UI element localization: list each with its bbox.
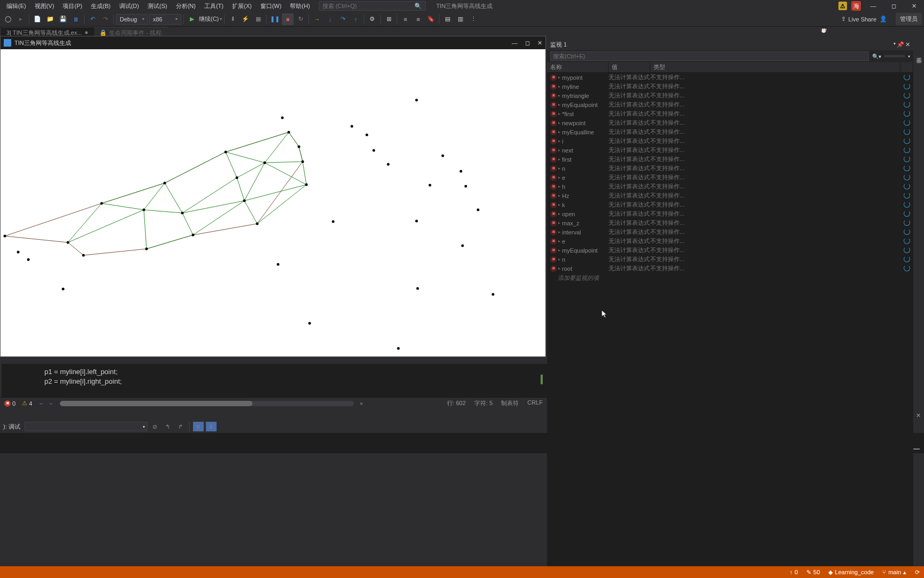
refresh-icon[interactable]	[904, 147, 910, 153]
refresh-icon[interactable]	[904, 119, 910, 126]
app-minimize-button[interactable]: —	[512, 40, 518, 47]
panel-pin-icon[interactable]: 📌	[897, 41, 904, 48]
watch-row[interactable]: ✖▸h无法计算表达式。不支持操作...	[547, 182, 913, 191]
uncomment-icon[interactable]: ▥	[455, 13, 466, 25]
user-badge[interactable]: 海	[851, 1, 861, 11]
scroll-right-arrow[interactable]: ▸	[360, 400, 364, 407]
watch-row[interactable]: ✖▸k无法计算表达式。不支持操作...	[547, 200, 913, 209]
watch-row[interactable]: ✖▸Hz无法计算表达式。不支持操作...	[547, 191, 913, 200]
debug-target-icon[interactable]: ⬇	[227, 13, 238, 25]
format-icon[interactable]: ⋮	[467, 13, 479, 25]
menu-窗口[interactable]: 窗口(W)	[256, 2, 286, 10]
warning-count[interactable]: ⚠4	[22, 400, 32, 407]
refresh-icon[interactable]	[904, 201, 910, 208]
watch-row[interactable]: ✖▸myEqualpoint无法计算表达式。不支持操作...	[547, 246, 913, 255]
refresh-icon[interactable]	[904, 110, 910, 117]
watch-row[interactable]: ✖▸newpoint无法计算表达式。不支持操作...	[547, 118, 913, 127]
refresh-icon[interactable]	[904, 174, 910, 180]
restart-button[interactable]: ↻	[295, 13, 306, 25]
watch-row[interactable]: ✖▸*first无法计算表达式。不支持操作...	[547, 109, 913, 118]
menu-测试[interactable]: 测试(S)	[143, 2, 172, 10]
watch-row[interactable]: ✖▸myEqualline无法计算表达式。不支持操作...	[547, 127, 913, 136]
close-button[interactable]: ✕	[906, 1, 922, 11]
watch-row[interactable]: ✖▸mytriangle无法计算表达式。不支持操作...	[547, 91, 913, 100]
watch-row[interactable]: ✖▸max_z无法计算表达式。不支持操作...	[547, 218, 913, 227]
menu-工具[interactable]: 工具(T)	[200, 2, 228, 10]
refresh-icon[interactable]	[904, 265, 910, 271]
app-titlebar[interactable]: TIN三角网等高线生成 — ◻ ✕	[1, 36, 545, 49]
sb-repo[interactable]: ◆Learning_code	[828, 569, 874, 576]
sb-push-count[interactable]: ↑0	[789, 569, 798, 575]
refresh-icon[interactable]	[904, 210, 910, 217]
refresh-icon[interactable]	[904, 74, 910, 80]
feedback-icon[interactable]: 👤	[877, 13, 889, 25]
horizontal-scrollbar[interactable]	[60, 401, 354, 406]
panel-menu-icon[interactable]: ▾	[894, 41, 896, 48]
watch-row[interactable]: ✖▸root无法计算表达式。不支持操作...	[547, 264, 913, 273]
watch-row[interactable]: ✖▸e无法计算表达式。不支持操作...	[547, 173, 913, 182]
panel-close-icon[interactable]: ✕	[916, 412, 921, 419]
live-share-button[interactable]: ⇪ Live Share	[841, 16, 876, 22]
redo-icon[interactable]: ↷	[99, 13, 111, 25]
refresh-icon[interactable]	[904, 156, 910, 162]
panel-close-icon[interactable]: ✕	[905, 41, 910, 48]
hot-reload-icon[interactable]: ⚡	[240, 13, 251, 25]
error-count[interactable]: ✖0	[4, 400, 16, 407]
refresh-icon[interactable]	[904, 219, 910, 226]
refresh-icon[interactable]	[904, 229, 910, 235]
refresh-icon[interactable]	[904, 165, 910, 171]
comment-icon[interactable]: ▤	[442, 13, 453, 25]
watch-row[interactable]: ✖▸e无法计算表达式。不支持操作...	[547, 237, 913, 246]
minimize-button[interactable]: —	[865, 1, 881, 11]
indent-left-icon[interactable]: ≡	[399, 13, 411, 25]
prev-issue-button[interactable]: ←	[38, 400, 44, 407]
col-name[interactable]: 名称	[547, 62, 609, 72]
watch-row[interactable]: ✖▸first无法计算表达式。不支持操作...	[547, 155, 913, 164]
watch-row[interactable]: ✖▸mypoint无法计算表达式。不支持操作...	[547, 73, 913, 82]
refresh-icon[interactable]	[904, 256, 910, 262]
stop-button[interactable]: ■	[282, 13, 294, 25]
output-wrap-icon[interactable]: ≡	[193, 422, 204, 431]
refresh-icon[interactable]	[904, 192, 910, 199]
sb-branch[interactable]: ⑂main ▴	[882, 569, 906, 576]
menu-编辑[interactable]: 编辑(E)	[2, 2, 30, 10]
show-next-statement-icon[interactable]: →	[311, 13, 323, 25]
pause-button[interactable]: ❚❚	[269, 13, 281, 25]
refresh-icon[interactable]	[904, 83, 910, 89]
maximize-button[interactable]: ◻	[886, 1, 902, 11]
menu-生成[interactable]: 生成(B)	[87, 2, 115, 10]
step-over-icon[interactable]: ↷	[337, 13, 349, 25]
output-clear-icon[interactable]: ⊘	[150, 422, 160, 431]
open-folder-icon[interactable]: 📁	[44, 13, 56, 25]
watch-row[interactable]: ✖▸myline无法计算表达式。不支持操作...	[547, 82, 913, 91]
new-file-icon[interactable]: 📄	[32, 13, 43, 25]
layout-icon[interactable]: ⊞	[383, 13, 395, 25]
watch-row[interactable]: ✖▸i无法计算表达式。不支持操作...	[547, 136, 913, 146]
app-events-icon[interactable]: ▦	[252, 13, 264, 25]
app-maximize-button[interactable]: ◻	[525, 40, 530, 47]
menu-项目[interactable]: 项目(P)	[58, 2, 87, 10]
col-refresh[interactable]	[900, 62, 913, 72]
watch-row[interactable]: ✖▸open无法计算表达式。不支持操作...	[547, 209, 913, 218]
notifications-badge[interactable]: ⚠	[838, 2, 847, 10]
menu-扩展[interactable]: 扩展(X)	[228, 2, 256, 10]
output-prev-icon[interactable]: ↰	[163, 422, 173, 431]
app-canvas[interactable]	[1, 49, 545, 356]
menu-调试[interactable]: 调试(D)	[115, 2, 143, 10]
code-editor[interactable]: p1 = myline[i].left_point; p2 = myline[i…	[0, 364, 547, 397]
undo-icon[interactable]: ↶	[87, 13, 98, 25]
eol-mode[interactable]: CRLF	[527, 399, 543, 407]
save-all-icon[interactable]: 🗎	[70, 13, 82, 25]
refresh-icon[interactable]	[904, 138, 910, 144]
watch-row[interactable]: ✖▸next无法计算表达式。不支持操作...	[547, 146, 913, 155]
back-button[interactable]: ◯	[2, 13, 14, 25]
watch-row[interactable]: ✖▸n无法计算表达式。不支持操作...	[547, 164, 913, 173]
search-options-icon[interactable]: 🔍▾	[872, 54, 881, 59]
sb-edits-count[interactable]: ✎50	[806, 569, 820, 576]
indent-right-icon[interactable]: ≡	[412, 13, 424, 25]
menu-视图[interactable]: 视图(V)	[30, 2, 59, 10]
depth-combo[interactable]	[884, 55, 905, 57]
watch-row[interactable]: ✖▸myEqualpoint无法计算表达式。不支持操作...	[547, 100, 913, 109]
sb-sync-icon[interactable]: ⟳	[915, 569, 920, 576]
save-icon[interactable]: 💾	[57, 13, 69, 25]
